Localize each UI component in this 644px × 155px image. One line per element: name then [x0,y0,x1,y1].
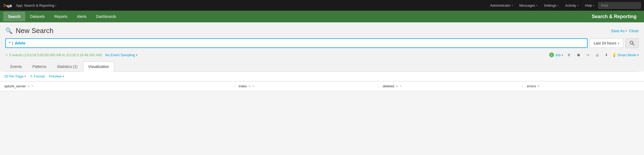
sort-icon-errors: ⇅ [537,85,540,88]
table-toolbar: 20 Per Page ▾ ✎ Format Preview ▾ [0,72,644,81]
page-title: New Search [16,27,54,35]
search-bar-row: * | delete Last 24 hours ▾ [5,38,639,48]
app-title[interactable]: App: Search & Reporting ▾ [16,3,56,7]
find-input[interactable] [598,2,641,9]
time-range-picker[interactable]: Last 24 hours ▾ [590,39,623,48]
sort-icon-deleted: ⇅ [396,85,398,88]
sort-icon-index: ⇅ [248,85,251,88]
preview-button[interactable]: Preview ▾ [49,74,64,78]
column-header-splunk-server[interactable]: splunk_server ⇅ ✎ [0,84,234,88]
help-dropdown-icon: ▾ [593,4,594,7]
print-icon: 🖨 [595,53,599,57]
share-icon: ↪ [586,53,589,57]
nav-item-reports[interactable]: Reports [50,12,72,21]
column-header-errors[interactable]: errors ⇅ [523,84,644,88]
nav-item-dashboards[interactable]: Dashboards [91,12,121,21]
share-button[interactable]: ↪ [584,52,591,58]
format-button[interactable]: ✎ Format [30,74,45,78]
table-area: 20 Per Page ▾ ✎ Format Preview ▾ splunk_… [0,72,644,91]
edit-icon-splunk-server[interactable]: ✎ [31,84,34,88]
activity-menu[interactable]: Activity ▾ [563,2,581,9]
status-row: ✓ 0 events (1/31/18 5:00:00.000 AM to 2/… [5,51,639,59]
job-button[interactable]: i Job ▾ [549,52,563,57]
settings-dropdown-icon: ▾ [557,4,559,7]
top-nav-left: > splunk App: Search & Reporting ▾ [3,3,56,8]
svg-text:splunk: splunk [6,4,12,8]
content-area: 🔍 New Search Save As ▾ Close * | delete … [0,22,644,72]
print-button[interactable]: 🖨 [593,52,601,58]
smart-mode-button[interactable]: 💡 Smart Mode ▾ [612,53,639,57]
tab-visualization[interactable]: Visualization [83,62,114,72]
new-search-icon: 🔍 [5,27,13,34]
messages-dropdown-icon: ▾ [536,4,537,7]
table-header: splunk_server ⇅ ✎ index ⇅ ✎ deleted ⇅ ✎ … [0,81,644,91]
tabs-row: Events Patterns Statistics (1) Visualiza… [5,62,639,72]
time-range-dropdown-icon: ▾ [618,42,619,45]
activity-dropdown-icon: ▾ [577,4,578,7]
pause-button[interactable]: ⏸ [565,52,573,58]
svg-text:>: > [3,3,6,8]
pause-icon: ⏸ [567,53,571,57]
close-button[interactable]: Close [629,29,639,33]
search-button[interactable] [625,38,639,48]
query-pipe: | [12,41,13,45]
top-navigation: > splunk App: Search & Reporting ▾ Admin… [0,0,644,11]
help-menu[interactable]: Help ▾ [582,2,597,9]
edit-icon-index[interactable]: ✎ [252,84,255,88]
splunk-logo[interactable]: > splunk [3,3,12,8]
export-button[interactable]: ⬇ [603,52,610,58]
search-magnifier-icon [629,40,635,46]
check-icon: ✓ [5,53,8,57]
edit-icon-deleted[interactable]: ✎ [400,84,402,88]
settings-menu[interactable]: Settings ▾ [541,2,561,9]
export-icon: ⬇ [605,53,608,57]
stop-icon: ⏹ [577,53,580,57]
job-info-icon: i [549,52,554,57]
column-header-deleted[interactable]: deleted ⇅ ✎ [378,84,523,88]
administrator-menu[interactable]: Administrator ▾ [487,2,516,9]
stop-button[interactable]: ⏹ [575,52,582,58]
messages-menu[interactable]: Messages ▾ [517,2,540,9]
preview-dropdown-icon: ▾ [63,75,64,78]
nav-item-datasets[interactable]: Datasets [25,12,50,21]
title-actions: Save As ▾ Close [611,29,639,33]
status-left: ✓ 0 events (1/31/18 5:00:00.000 AM to 2/… [5,53,137,57]
tab-patterns[interactable]: Patterns [27,62,51,71]
svg-line-3 [633,44,634,46]
no-event-sampling-button[interactable]: No Event Sampling ▾ [105,53,137,57]
event-sampling-dropdown-icon: ▾ [136,54,137,56]
app-dropdown-icon: ▾ [55,4,56,7]
column-header-index[interactable]: index ⇅ ✎ [234,84,378,88]
query-command: delete [15,41,25,45]
app-name-label: Search & Reporting [592,14,641,19]
bulb-icon: 💡 [612,53,616,57]
title-row: 🔍 New Search Save As ▾ Close [5,27,639,35]
page-title-area: 🔍 New Search [5,27,54,35]
job-dropdown-icon: ▾ [562,54,563,56]
query-star: * [9,41,10,45]
top-nav-right: Administrator ▾ Messages ▾ Settings ▾ Ac… [487,2,641,9]
administrator-dropdown-icon: ▾ [512,4,513,7]
smart-mode-dropdown-icon: ▾ [637,54,639,56]
save-as-button[interactable]: Save As ▾ [611,29,627,33]
nav-item-search[interactable]: Search [3,12,25,21]
events-status: ✓ 0 events (1/31/18 5:00:00.000 AM to 2/… [5,53,102,57]
per-page-button[interactable]: 20 Per Page ▾ [4,74,26,78]
save-as-dropdown-icon: ▾ [626,29,627,32]
events-text: 0 events (1/31/18 5:00:00.000 AM to 2/1/… [9,53,102,57]
format-pencil-icon: ✎ [30,75,33,78]
search-input-container[interactable]: * | delete [5,38,588,48]
nav-item-alerts[interactable]: Alerts [72,12,91,21]
tab-statistics[interactable]: Statistics (1) [52,62,83,71]
tab-events[interactable]: Events [5,62,27,71]
sort-icon-splunk-server: ⇅ [27,85,30,88]
green-navigation: Search Datasets Reports Alerts Dashboard… [0,11,644,22]
status-right: i Job ▾ ⏸ ⏹ ↪ 🖨 ⬇ 💡 Smart Mode ▾ [549,52,639,58]
per-page-dropdown-icon: ▾ [25,75,26,78]
green-nav-items: Search Datasets Reports Alerts Dashboard… [3,12,121,21]
